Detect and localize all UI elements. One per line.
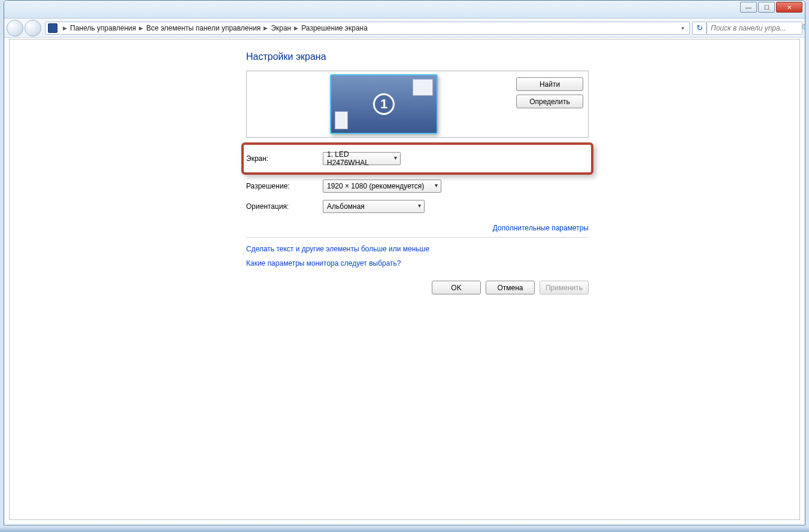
breadcrumb-item[interactable]: Разрешение экрана xyxy=(301,24,368,32)
separator xyxy=(246,237,589,238)
display-row: Экран: 1. LED H2476WHAL xyxy=(246,148,589,169)
monitor-help-link[interactable]: Какие параметры монитора следует выбрать… xyxy=(246,259,401,267)
minimize-button[interactable]: — xyxy=(740,2,757,13)
breadcrumb-item[interactable]: Экран xyxy=(271,24,291,32)
breadcrumb-item[interactable]: Все элементы панели управления xyxy=(146,24,260,32)
ok-button[interactable]: OK xyxy=(432,281,481,294)
find-button[interactable]: Найти xyxy=(516,77,583,91)
monitor-thumbnail[interactable]: 1 xyxy=(330,74,438,134)
highlight-box: Экран: 1. LED H2476WHAL xyxy=(241,142,593,175)
resolution-row: Разрешение: 1920 × 1080 (рекомендуется) xyxy=(246,176,589,196)
nav-bar: ▶ Панель управления ▶ Все элементы панел… xyxy=(4,19,805,38)
close-button[interactable]: ✕ xyxy=(776,2,802,13)
chevron-right-icon: ▶ xyxy=(294,25,298,31)
cancel-button[interactable]: Отмена xyxy=(486,281,535,294)
breadcrumb-item[interactable]: Панель управления xyxy=(70,24,136,32)
breadcrumb-dropdown[interactable]: ▾ xyxy=(681,25,687,31)
resolution-label: Разрешение: xyxy=(246,182,323,190)
monitor-preview-box: 1 Найти Определить xyxy=(246,71,589,138)
search-box[interactable]: 🔍 xyxy=(707,22,802,35)
orientation-label: Ориентация: xyxy=(246,202,323,211)
field-rows: Экран: 1. LED H2476WHAL Разрешение: 1920… xyxy=(246,142,589,217)
display-dropdown[interactable]: 1. LED H2476WHAL xyxy=(323,152,401,165)
chevron-right-icon: ▶ xyxy=(263,25,268,31)
breadcrumb[interactable]: ▶ Панель управления ▶ Все элементы панел… xyxy=(45,22,690,35)
nav-forward-button[interactable] xyxy=(25,20,41,37)
help-links: Сделать текст и другие элементы больше и… xyxy=(246,245,589,267)
maximize-button[interactable]: ☐ xyxy=(758,2,775,13)
text-size-link[interactable]: Сделать текст и другие элементы больше и… xyxy=(246,245,429,253)
resolution-value: 1920 × 1080 (рекомендуется) xyxy=(327,182,424,190)
advanced-settings-row: Дополнительные параметры xyxy=(246,224,589,232)
resolution-dropdown[interactable]: 1920 × 1080 (рекомендуется) xyxy=(323,180,441,193)
apply-button: Применить xyxy=(540,281,589,294)
display-value: 1. LED H2476WHAL xyxy=(327,150,389,167)
orientation-row: Ориентация: Альбомная xyxy=(246,196,589,217)
orientation-value: Альбомная xyxy=(327,202,365,211)
chevron-right-icon: ▶ xyxy=(139,25,143,31)
page-title: Настройки экрана xyxy=(246,51,589,62)
monitor-preview-area[interactable]: 1 xyxy=(252,76,516,132)
nav-back-button[interactable] xyxy=(7,20,23,37)
settings-form: Настройки экрана 1 Найти Определить xyxy=(246,51,589,294)
window-thumb-icon xyxy=(335,111,348,129)
location-icon xyxy=(48,23,57,33)
chevron-right-icon: ▶ xyxy=(63,25,67,31)
display-label: Экран: xyxy=(246,154,323,163)
monitor-number: 1 xyxy=(373,93,395,115)
content-pane: Настройки экрана 1 Найти Определить xyxy=(9,39,800,520)
advanced-settings-link[interactable]: Дополнительные параметры xyxy=(493,224,589,232)
identify-button[interactable]: Определить xyxy=(516,95,583,108)
control-panel-window: — ☐ ✕ ▶ Панель управления ▶ Все элементы… xyxy=(4,0,805,525)
search-input[interactable] xyxy=(711,24,801,32)
window-controls: — ☐ ✕ xyxy=(740,1,805,18)
monitor-buttons: Найти Определить xyxy=(516,76,583,132)
refresh-button[interactable]: ↻ xyxy=(692,22,707,35)
refresh-icon: ↻ xyxy=(696,23,703,32)
window-thumb-icon xyxy=(413,79,433,96)
orientation-dropdown[interactable]: Альбомная xyxy=(323,200,425,213)
search-icon: 🔍 xyxy=(801,24,805,32)
titlebar: — ☐ ✕ xyxy=(4,1,805,19)
action-bar: OK Отмена Применить xyxy=(246,281,589,294)
taskbar xyxy=(0,527,809,532)
